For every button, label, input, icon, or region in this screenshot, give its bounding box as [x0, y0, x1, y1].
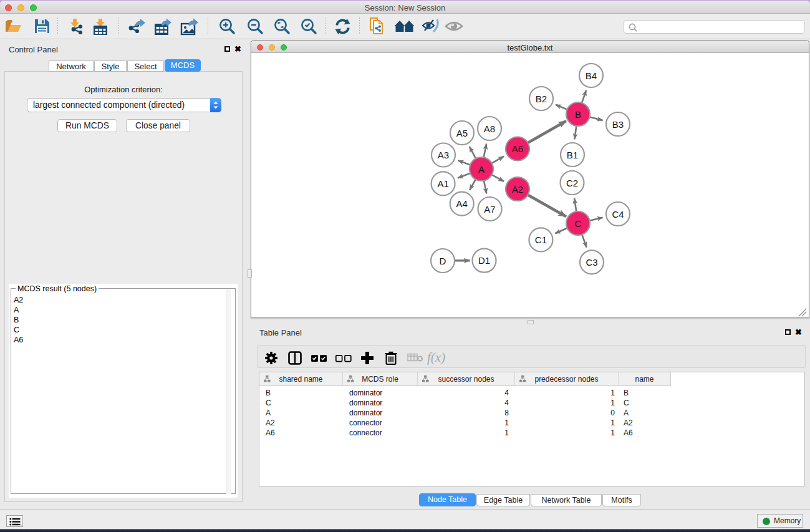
svg-text:B: B — [575, 109, 581, 120]
svg-text:C2: C2 — [566, 178, 578, 188]
svg-text:A8: A8 — [484, 123, 495, 134]
svg-text:B4: B4 — [586, 70, 597, 81]
svg-text:A4: A4 — [456, 198, 468, 209]
svg-text:B1: B1 — [567, 150, 578, 160]
svg-text:A5: A5 — [456, 128, 468, 138]
svg-text:A1: A1 — [437, 178, 448, 189]
svg-text:B3: B3 — [612, 119, 624, 130]
svg-text:B2: B2 — [536, 94, 547, 104]
svg-text:A3: A3 — [438, 150, 449, 160]
svg-text:A: A — [478, 164, 485, 175]
svg-text:D: D — [440, 256, 446, 266]
svg-text:D1: D1 — [478, 255, 490, 266]
svg-text:C1: C1 — [535, 235, 547, 245]
svg-text:C: C — [575, 218, 582, 229]
svg-text:A2: A2 — [512, 184, 523, 195]
svg-text:A7: A7 — [484, 204, 495, 215]
svg-text:A6: A6 — [512, 143, 523, 154]
svg-text:C4: C4 — [612, 209, 624, 220]
svg-text:C3: C3 — [586, 257, 597, 268]
